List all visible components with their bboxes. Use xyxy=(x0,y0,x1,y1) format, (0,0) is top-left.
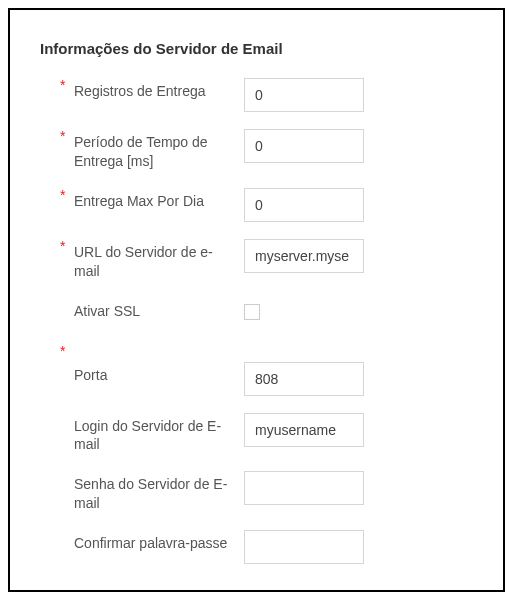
row-max-per-day: * Entrega Max Por Dia xyxy=(60,185,473,222)
row-delivery-records: * Registros de Entrega xyxy=(60,75,473,112)
input-password[interactable] xyxy=(244,471,364,505)
label-password: Senha do Servidor de E-mail xyxy=(74,468,234,513)
required-marker: * xyxy=(60,236,74,254)
input-port[interactable] xyxy=(244,362,364,396)
required-marker: * xyxy=(60,126,74,144)
checkbox-enable-ssl[interactable] xyxy=(244,304,260,320)
row-delivery-period: * Período de Tempo de Entrega [ms] xyxy=(60,126,473,171)
email-server-panel: Informações do Servidor de Email * Regis… xyxy=(8,8,505,592)
form-area: * Registros de Entrega * Período de Temp… xyxy=(40,75,473,564)
label-port: Porta xyxy=(74,359,234,385)
row-port-required: * xyxy=(60,343,473,359)
required-marker: * xyxy=(60,185,74,203)
label-login: Login do Servidor de E-mail xyxy=(74,410,234,455)
required-marker: * xyxy=(60,75,74,93)
required-marker-empty xyxy=(60,468,74,470)
label-enable-ssl: Ativar SSL xyxy=(74,295,234,321)
required-marker-empty xyxy=(60,295,74,297)
input-delivery-records[interactable] xyxy=(244,78,364,112)
required-marker: * xyxy=(60,343,74,359)
required-marker-empty xyxy=(60,527,74,529)
label-confirm-password: Confirmar palavra-passe xyxy=(74,527,234,553)
input-login[interactable] xyxy=(244,413,364,447)
row-login: Login do Servidor de E-mail xyxy=(60,410,473,455)
label-delivery-records: Registros de Entrega xyxy=(74,75,234,101)
row-password: Senha do Servidor de E-mail xyxy=(60,468,473,513)
input-delivery-period[interactable] xyxy=(244,129,364,163)
row-enable-ssl: Ativar SSL xyxy=(60,295,473,331)
input-confirm-password[interactable] xyxy=(244,530,364,564)
label-max-per-day: Entrega Max Por Dia xyxy=(74,185,234,211)
required-marker-empty xyxy=(60,359,74,361)
input-server-url[interactable] xyxy=(244,239,364,273)
row-server-url: * URL do Servidor de e-mail xyxy=(60,236,473,281)
required-marker-empty xyxy=(60,410,74,412)
label-server-url: URL do Servidor de e-mail xyxy=(74,236,234,281)
row-confirm-password: Confirmar palavra-passe xyxy=(60,527,473,564)
section-title: Informações do Servidor de Email xyxy=(40,40,473,57)
label-delivery-period: Período de Tempo de Entrega [ms] xyxy=(74,126,234,171)
row-port: Porta xyxy=(60,359,473,396)
input-max-per-day[interactable] xyxy=(244,188,364,222)
